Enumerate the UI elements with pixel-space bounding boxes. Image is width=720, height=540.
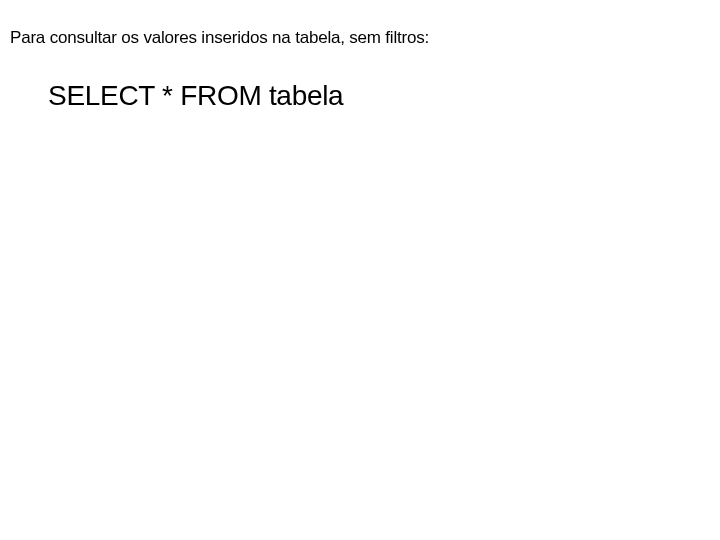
sql-code-example: SELECT * FROM tabela (0, 48, 720, 112)
instruction-text: Para consultar os valores inseridos na t… (0, 0, 720, 48)
